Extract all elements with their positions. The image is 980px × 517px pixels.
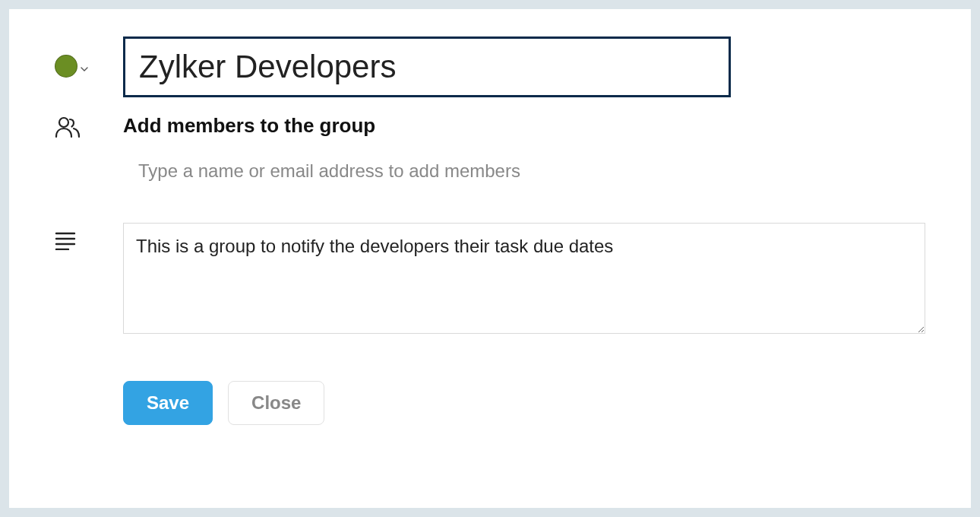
people-icon xyxy=(55,116,81,141)
group-color-swatch xyxy=(55,55,77,78)
members-cell: Add members to the group xyxy=(123,114,925,185)
save-button[interactable]: Save xyxy=(123,381,213,425)
description-row xyxy=(55,223,925,337)
chevron-down-icon xyxy=(81,62,88,70)
title-cell xyxy=(123,36,925,97)
description-icon xyxy=(55,230,76,253)
description-icon-cell xyxy=(55,223,123,253)
color-picker-cell xyxy=(55,36,123,78)
members-heading: Add members to the group xyxy=(123,114,925,138)
group-color-picker[interactable] xyxy=(55,55,88,78)
add-members-input[interactable] xyxy=(123,157,925,185)
svg-point-0 xyxy=(59,118,68,127)
members-icon-cell xyxy=(55,114,123,141)
description-cell xyxy=(123,223,925,337)
group-name-input[interactable] xyxy=(123,36,731,97)
group-description-input[interactable] xyxy=(123,223,925,334)
group-edit-panel: Add members to the group Save Close xyxy=(9,9,971,508)
actions-row: Save Close xyxy=(123,381,925,425)
members-row: Add members to the group xyxy=(55,114,925,185)
close-button[interactable]: Close xyxy=(228,381,324,425)
title-row xyxy=(55,36,925,97)
